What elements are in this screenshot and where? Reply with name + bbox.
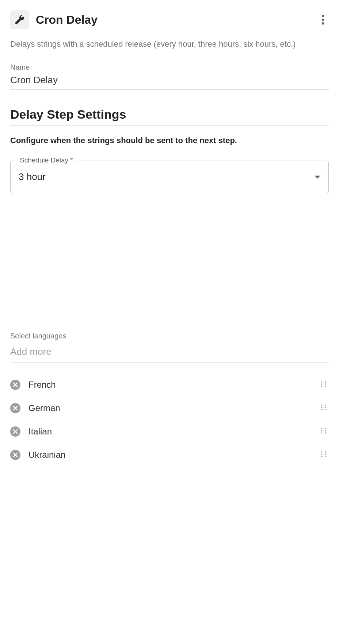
svg-point-19 [321, 432, 323, 434]
schedule-delay-label: Schedule Delay * [17, 156, 76, 164]
svg-point-6 [325, 383, 326, 385]
drag-handle-icon[interactable] [319, 449, 329, 461]
svg-point-22 [325, 451, 326, 453]
schedule-delay-field: Schedule Delay * 3 hour [10, 161, 329, 193]
svg-point-14 [325, 409, 326, 410]
language-name: French [28, 380, 56, 390]
language-item: German [10, 396, 329, 420]
svg-point-18 [325, 430, 326, 432]
languages-input[interactable] [10, 344, 329, 363]
name-input[interactable] [10, 74, 329, 86]
remove-language-button[interactable] [10, 403, 20, 413]
svg-point-21 [321, 451, 323, 453]
svg-point-10 [325, 405, 326, 406]
page-title: Cron Delay [36, 13, 98, 27]
svg-point-4 [325, 381, 326, 383]
chevron-down-icon [315, 176, 320, 179]
svg-point-11 [321, 407, 323, 408]
svg-point-25 [321, 456, 323, 457]
language-name: Ukrainian [28, 450, 65, 460]
svg-point-12 [325, 407, 326, 408]
remove-language-button[interactable] [10, 426, 20, 437]
svg-point-3 [321, 381, 323, 383]
language-item: Ukrainian [10, 443, 329, 467]
language-item: Italian [10, 420, 329, 443]
name-label: Name [10, 63, 329, 72]
language-name: Italian [28, 426, 52, 437]
drag-handle-icon[interactable] [319, 402, 329, 414]
svg-point-5 [321, 383, 323, 385]
schedule-delay-select[interactable]: 3 hour [10, 161, 329, 193]
svg-point-20 [325, 432, 326, 434]
settings-heading: Delay Step Settings [10, 107, 329, 126]
header: Cron Delay [10, 10, 329, 29]
description-text: Delays strings with a scheduled release … [10, 38, 329, 50]
svg-point-26 [325, 456, 326, 457]
schedule-delay-value: 3 hour [19, 171, 46, 183]
svg-point-16 [325, 428, 326, 429]
languages-label: Select languages [10, 332, 329, 340]
svg-point-17 [321, 430, 323, 432]
languages-list: FrenchGermanItalianUkrainian [10, 373, 329, 467]
svg-point-1 [322, 19, 324, 21]
remove-language-button[interactable] [10, 380, 20, 390]
svg-point-15 [321, 428, 323, 429]
drag-handle-icon[interactable] [319, 379, 329, 391]
svg-point-24 [325, 453, 326, 455]
svg-point-13 [321, 409, 323, 410]
svg-point-0 [322, 15, 324, 17]
svg-point-8 [325, 386, 326, 387]
drag-handle-icon[interactable] [319, 426, 329, 437]
remove-language-button[interactable] [10, 450, 20, 460]
svg-point-7 [321, 386, 323, 387]
more-options-button[interactable] [317, 14, 329, 26]
svg-point-9 [321, 405, 323, 406]
svg-point-2 [322, 22, 324, 24]
language-name: German [28, 403, 60, 413]
svg-point-23 [321, 453, 323, 455]
language-item: French [10, 373, 329, 396]
name-field-wrap: Name [10, 63, 329, 90]
settings-subheading: Configure when the strings should be sen… [10, 136, 329, 145]
wrench-icon [10, 10, 29, 29]
